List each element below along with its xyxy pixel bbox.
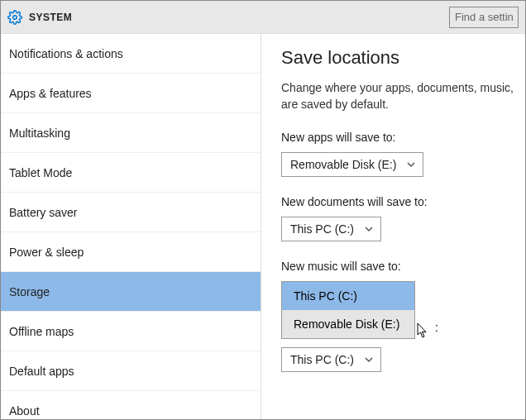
setting-new-documents: New documents will save to: This PC (C:) xyxy=(281,195,525,241)
documents-save-dropdown[interactable]: This PC (C:) xyxy=(281,217,381,241)
sidebar-item-offline-maps[interactable]: Offline maps xyxy=(1,312,261,351)
dropdown-value: This PC (C:) xyxy=(290,353,354,366)
setting-label: New apps will save to: xyxy=(281,131,525,144)
obscured-text-fragment: : xyxy=(435,321,438,334)
sidebar-item-storage[interactable]: Storage xyxy=(1,272,261,312)
sidebar-item-about[interactable]: About xyxy=(1,391,261,419)
window-header: SYSTEM Find a settin xyxy=(1,1,525,34)
setting-label: New documents will save to: xyxy=(281,195,525,208)
sidebar-item-apps-features[interactable]: Apps & features xyxy=(1,74,261,113)
setting-label: New music will save to: xyxy=(281,260,525,273)
main-content: Save locations Change where your apps, d… xyxy=(261,34,525,419)
sidebar-item-label: About xyxy=(9,404,40,418)
sidebar-item-notifications[interactable]: Notifications & actions xyxy=(1,34,261,74)
sidebar-item-label: Offline maps xyxy=(9,325,74,338)
sidebar-item-tablet-mode[interactable]: Tablet Mode xyxy=(1,153,261,193)
music-save-dropdown[interactable]: This PC (C:) xyxy=(281,347,381,372)
dropdown-option-label: This PC (C:) xyxy=(294,289,357,303)
chevron-down-icon xyxy=(406,160,416,169)
sidebar-item-label: Storage xyxy=(9,285,50,298)
setting-new-apps: New apps will save to: Removable Disk (E… xyxy=(281,131,525,177)
dropdown-value: Removable Disk (E:) xyxy=(290,158,396,171)
dropdown-option-this-pc[interactable]: This PC (C:) xyxy=(282,282,414,310)
sidebar-item-power-sleep[interactable]: Power & sleep xyxy=(1,232,261,272)
chevron-down-icon xyxy=(364,355,374,365)
sidebar-item-label: Power & sleep xyxy=(9,246,84,259)
search-placeholder: Find a settin xyxy=(455,11,514,23)
apps-save-dropdown[interactable]: Removable Disk (E:) xyxy=(281,152,423,177)
setting-new-music: New music will save to: This PC (C:) Rem… xyxy=(281,260,525,372)
sidebar-item-default-apps[interactable]: Default apps xyxy=(1,351,261,391)
sidebar-item-battery-saver[interactable]: Battery saver xyxy=(1,193,261,232)
page-title: Save locations xyxy=(281,47,525,69)
svg-point-0 xyxy=(13,15,17,19)
page-category-title: SYSTEM xyxy=(29,12,72,23)
sidebar-item-multitasking[interactable]: Multitasking xyxy=(1,113,261,153)
sidebar: Notifications & actions Apps & features … xyxy=(1,34,261,419)
dropdown-value: This PC (C:) xyxy=(290,222,354,236)
sidebar-item-label: Apps & features xyxy=(9,87,92,100)
sidebar-item-label: Multitasking xyxy=(9,126,70,140)
chevron-down-icon xyxy=(364,224,374,234)
search-input[interactable]: Find a settin xyxy=(449,7,519,28)
gear-icon xyxy=(7,10,22,25)
music-save-dropdown-list: This PC (C:) Removable Disk (E:) xyxy=(281,281,415,339)
dropdown-option-removable-disk[interactable]: Removable Disk (E:) xyxy=(282,310,414,338)
dropdown-option-label: Removable Disk (E:) xyxy=(294,317,399,331)
sidebar-item-label: Tablet Mode xyxy=(9,166,72,179)
sidebar-item-label: Notifications & actions xyxy=(9,47,123,60)
sidebar-item-label: Default apps xyxy=(9,365,74,378)
sidebar-item-label: Battery saver xyxy=(9,206,77,219)
page-description: Change where your apps, documents, music… xyxy=(281,80,525,112)
